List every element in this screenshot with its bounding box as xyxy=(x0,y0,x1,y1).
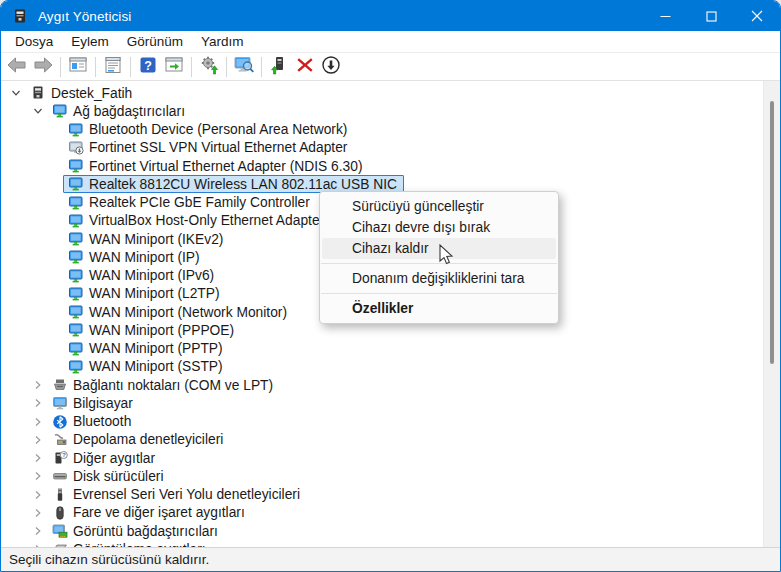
tree-node[interactable]: WAN Miniport (IP) xyxy=(63,248,207,266)
tree-node[interactable]: Realtek PCIe GbE Family Controller xyxy=(63,194,317,212)
tree-node[interactable]: WAN Miniport (PPTP) xyxy=(63,340,230,358)
context-menu-item[interactable]: Cihazı devre dışı bırak xyxy=(322,217,556,238)
show-hide-console-tree-button[interactable] xyxy=(65,55,91,79)
network-adapter-icon xyxy=(68,286,84,302)
tree-item[interactable]: Disk sürücüleri xyxy=(1,467,763,485)
tree-item[interactable]: Bluetooth Device (Personal Area Network) xyxy=(1,121,763,139)
context-menu-item[interactable]: Sürücüyü güncelleştir xyxy=(322,196,556,217)
usb-controller-icon xyxy=(52,487,68,503)
tree-node[interactable]: WAN Miniport (IKEv2) xyxy=(63,230,230,248)
disable-icon xyxy=(321,55,341,79)
unknown-device-icon: ? xyxy=(52,450,68,466)
context-menu-item[interactable]: Donanım değişikliklerini tara xyxy=(322,268,556,289)
context-menu-item[interactable]: Özellikler xyxy=(322,298,556,319)
tree-node[interactable]: VirtualBox Host-Only Ethernet Adapter xyxy=(63,212,331,230)
chevron-collapsed-icon[interactable] xyxy=(31,378,45,392)
tree-node[interactable]: Fortinet Virtual Ethernet Adapter (NDIS … xyxy=(63,157,370,175)
app-icon xyxy=(12,8,28,24)
tree-node[interactable]: Disk sürücüleri xyxy=(47,467,170,485)
chevron-collapsed-icon[interactable] xyxy=(31,433,45,447)
network-adapter-icon xyxy=(68,322,84,338)
menu-yardım[interactable]: Yardım xyxy=(192,32,253,51)
tree-item-label: Fortinet SSL VPN Virtual Ethernet Adapte… xyxy=(89,140,349,155)
chevron-collapsed-icon[interactable] xyxy=(31,488,45,502)
tree-item[interactable]: Fare ve diğer işaret aygıtları xyxy=(1,504,763,522)
back-button[interactable] xyxy=(4,55,30,79)
network-adapter-icon xyxy=(68,122,84,138)
enable-device-button[interactable] xyxy=(266,55,292,79)
chevron-collapsed-icon[interactable] xyxy=(31,542,45,547)
tree-item[interactable]: Ağ bağdaştırıcıları xyxy=(1,102,763,120)
export-list-button[interactable] xyxy=(161,55,187,79)
toolbar-separator xyxy=(95,57,96,77)
update-driver-button[interactable] xyxy=(196,55,222,79)
help-button[interactable]: ? xyxy=(135,55,161,79)
disable-device-button[interactable] xyxy=(318,55,344,79)
network-adapter-icon xyxy=(68,176,84,192)
chevron-collapsed-icon[interactable] xyxy=(31,451,45,465)
menu-eylem[interactable]: Eylem xyxy=(62,32,118,51)
tree-item[interactable]: Fortinet SSL VPN Virtual Ethernet Adapte… xyxy=(1,139,763,157)
tree-node[interactable]: Fortinet SSL VPN Virtual Ethernet Adapte… xyxy=(63,139,354,157)
tree-item[interactable]: Evrensel Seri Veri Yolu denetleyicileri xyxy=(1,486,763,504)
tree-item-label: Realtek PCIe GbE Family Controller xyxy=(89,195,312,210)
vertical-scrollbar[interactable] xyxy=(763,81,780,547)
tree-item[interactable]: ?Diğer aygıtlar xyxy=(1,449,763,467)
tree-item[interactable]: Bluetooth xyxy=(1,413,763,431)
tree-node[interactable]: Bluetooth Device (Personal Area Network) xyxy=(63,121,354,139)
context-menu-item[interactable]: Cihazı kaldır xyxy=(322,238,556,259)
scrollbar-thumb[interactable] xyxy=(770,101,774,364)
tree-item[interactable]: Depolama denetleyicileri xyxy=(1,431,763,449)
tree-node[interactable]: Depolama denetleyicileri xyxy=(47,431,230,449)
tree-item-label: Bağlantı noktaları (COM ve LPT) xyxy=(73,378,275,393)
tree-item[interactable]: WAN Miniport (SSTP) xyxy=(1,358,763,376)
tree-node[interactable]: Bluetooth xyxy=(47,413,138,431)
network-adapter-icon xyxy=(68,341,84,357)
tree-item[interactable]: Görüntü bağdaştırıcıları xyxy=(1,522,763,540)
menu-dosya[interactable]: Dosya xyxy=(6,32,62,51)
tree-node[interactable]: Görüntü bağdaştırıcıları xyxy=(47,522,225,540)
tree-node[interactable]: ?Diğer aygıtlar xyxy=(47,449,162,467)
tree-item[interactable]: Bilgisayar xyxy=(1,394,763,412)
uninstall-device-button[interactable] xyxy=(292,55,318,79)
chevron-collapsed-icon[interactable] xyxy=(31,506,45,520)
device-manager-window: Aygıt Yöneticisi DosyaEylemGörünümYardım… xyxy=(0,0,781,572)
forward-button[interactable] xyxy=(30,55,56,79)
maximize-button[interactable] xyxy=(688,1,734,31)
chevron-collapsed-icon[interactable] xyxy=(31,396,45,410)
tree-node[interactable]: WAN Miniport (IPv6) xyxy=(63,267,221,285)
tree-item[interactable]: Fortinet Virtual Ethernet Adapter (NDIS … xyxy=(1,157,763,175)
tree-node[interactable]: WAN Miniport (PPPOE) xyxy=(63,321,241,339)
tree-item[interactable]: Bağlantı noktaları (COM ve LPT) xyxy=(1,376,763,394)
chevron-expanded-icon[interactable] xyxy=(31,104,45,118)
tree-node[interactable]: Evrensel Seri Veri Yolu denetleyicileri xyxy=(47,486,307,504)
menu-görünüm[interactable]: Görünüm xyxy=(118,32,192,51)
tree-item-label: WAN Miniport (PPTP) xyxy=(89,341,225,356)
tree-node[interactable]: WAN Miniport (Network Monitor) xyxy=(63,303,294,321)
tree-item[interactable]: Görüntüleme aygıtları xyxy=(1,540,763,547)
tree-node[interactable]: Görüntüleme aygıtları xyxy=(47,540,213,547)
bluetooth-icon xyxy=(52,414,68,430)
tree-node[interactable]: Bilgisayar xyxy=(47,394,140,412)
tree-node[interactable]: WAN Miniport (L2TP) xyxy=(63,285,227,303)
tree-node[interactable]: Bağlantı noktaları (COM ve LPT) xyxy=(47,376,280,394)
properties-button[interactable] xyxy=(100,55,126,79)
tree-item-label: Fare ve diğer işaret aygıtları xyxy=(73,505,247,520)
minimize-button[interactable] xyxy=(642,1,688,31)
tree-node[interactable]: Ağ bağdaştırıcıları xyxy=(47,102,192,120)
tree-item[interactable]: Destek_Fatih xyxy=(1,84,763,102)
chevron-expanded-icon[interactable] xyxy=(9,86,23,100)
tree-item[interactable]: WAN Miniport (PPTP) xyxy=(1,340,763,358)
tree-node[interactable]: Fare ve diğer işaret aygıtları xyxy=(47,504,252,522)
tree-node[interactable]: Destek_Fatih xyxy=(25,84,139,102)
chevron-collapsed-icon[interactable] xyxy=(31,469,45,483)
network-adapter-icon xyxy=(68,304,84,320)
chevron-collapsed-icon[interactable] xyxy=(31,524,45,538)
console-tree-icon xyxy=(68,55,88,79)
chevron-collapsed-icon[interactable] xyxy=(31,415,45,429)
tree-node[interactable]: WAN Miniport (SSTP) xyxy=(63,358,230,376)
close-button[interactable] xyxy=(734,1,780,31)
scan-hardware-changes-button[interactable] xyxy=(231,55,257,79)
tree-item-label: WAN Miniport (IPv6) xyxy=(89,268,216,283)
tree-item-label: WAN Miniport (PPPOE) xyxy=(89,323,236,338)
